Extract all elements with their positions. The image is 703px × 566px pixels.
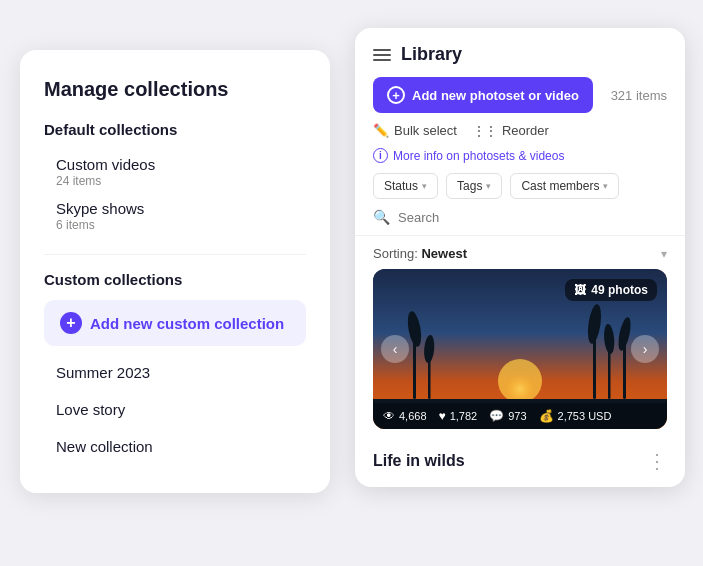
chevron-down-icon[interactable]: ▾ xyxy=(661,247,667,261)
prev-arrow-button[interactable]: ‹ xyxy=(381,335,409,363)
svg-point-2 xyxy=(498,359,542,403)
collection-custom-videos[interactable]: Custom videos 24 items xyxy=(44,150,306,194)
card-footer: Life in wilds ⋮ xyxy=(355,441,685,487)
reorder-button[interactable]: ⋮⋮ Reorder xyxy=(473,123,549,138)
add-photoset-button[interactable]: + Add new photoset or video xyxy=(373,77,593,113)
right-panel: Library + Add new photoset or video 321 … xyxy=(355,28,685,487)
add-photoset-row: + Add new photoset or video 321 items xyxy=(355,77,685,123)
bulk-select-button[interactable]: ✏️ Bulk select xyxy=(373,123,457,138)
cast-members-filter[interactable]: Cast members ▾ xyxy=(510,173,619,199)
chevron-down-icon: ▾ xyxy=(486,181,491,191)
comment-icon: 💬 xyxy=(489,409,504,423)
more-info-row: i More info on photosets & videos xyxy=(355,148,685,173)
revenue-amount: 2,753 USD xyxy=(558,410,612,422)
heart-icon: ♥ xyxy=(439,409,446,423)
comments-count: 973 xyxy=(508,410,526,422)
library-title: Library xyxy=(401,44,462,65)
custom-collection-summer[interactable]: Summer 2023 xyxy=(44,354,306,391)
grid-icon: ⋮⋮ xyxy=(473,124,497,138)
left-panel: Manage collections Default collections C… xyxy=(20,50,330,493)
card-title: Life in wilds xyxy=(373,452,465,470)
hamburger-icon[interactable] xyxy=(373,49,391,61)
plus-icon: + xyxy=(60,312,82,334)
default-collections-heading: Default collections xyxy=(44,121,306,138)
add-photoset-label: Add new photoset or video xyxy=(412,88,579,103)
action-row: ✏️ Bulk select ⋮⋮ Reorder xyxy=(355,123,685,148)
chevron-down-icon: ▾ xyxy=(603,181,608,191)
photo-count-badge: 🖼 49 photos xyxy=(565,279,657,301)
reorder-label: Reorder xyxy=(502,123,549,138)
pencil-icon: ✏️ xyxy=(373,123,389,138)
views-count: 4,668 xyxy=(399,410,427,422)
items-count: 321 items xyxy=(611,88,667,103)
next-arrow-button[interactable]: › xyxy=(631,335,659,363)
stats-bar: 👁 4,668 ♥ 1,782 💬 973 💰 2,753 USD xyxy=(373,403,667,429)
filter-row: Status ▾ Tags ▾ Cast members ▾ xyxy=(355,173,685,209)
comments-stat: 💬 973 xyxy=(489,409,526,423)
search-input[interactable] xyxy=(398,210,667,225)
eye-icon: 👁 xyxy=(383,409,395,423)
media-image: 🖼 49 photos ‹ › 👁 4,668 ♥ 1,782 💬 973 xyxy=(373,269,667,429)
photo-count: 49 photos xyxy=(591,283,648,297)
likes-stat: ♥ 1,782 xyxy=(439,409,478,423)
collection-skype-shows[interactable]: Skype shows 6 items xyxy=(44,194,306,238)
views-stat: 👁 4,668 xyxy=(383,409,427,423)
collection-count: 6 items xyxy=(56,218,306,232)
custom-collection-new[interactable]: New collection xyxy=(44,428,306,465)
media-card: 🖼 49 photos ‹ › 👁 4,668 ♥ 1,782 💬 973 xyxy=(373,269,667,429)
bulk-select-label: Bulk select xyxy=(394,123,457,138)
collection-name: Skype shows xyxy=(56,200,306,217)
add-custom-label: Add new custom collection xyxy=(90,315,284,332)
chevron-down-icon: ▾ xyxy=(422,181,427,191)
custom-collection-love-story[interactable]: Love story xyxy=(44,391,306,428)
custom-collections-heading: Custom collections xyxy=(44,271,306,288)
add-custom-collection-button[interactable]: + Add new custom collection xyxy=(44,300,306,346)
revenue-stat: 💰 2,753 USD xyxy=(539,409,612,423)
more-info-label: More info on photosets & videos xyxy=(393,149,564,163)
card-more-button[interactable]: ⋮ xyxy=(647,451,667,471)
sorting-label: Sorting: Newest xyxy=(373,246,467,261)
search-icon: 🔍 xyxy=(373,209,390,225)
tags-filter[interactable]: Tags ▾ xyxy=(446,173,502,199)
plus-circle-icon: + xyxy=(387,86,405,104)
divider xyxy=(44,254,306,255)
collection-count: 24 items xyxy=(56,174,306,188)
money-icon: 💰 xyxy=(539,409,554,423)
likes-count: 1,782 xyxy=(450,410,478,422)
status-filter[interactable]: Status ▾ xyxy=(373,173,438,199)
library-header: Library xyxy=(355,28,685,77)
info-icon: i xyxy=(373,148,388,163)
sorting-row: Sorting: Newest ▾ xyxy=(355,236,685,269)
more-info-button[interactable]: i More info on photosets & videos xyxy=(373,148,564,163)
left-panel-title: Manage collections xyxy=(44,78,306,101)
photos-icon: 🖼 xyxy=(574,283,586,297)
collection-name: Custom videos xyxy=(56,156,306,173)
search-row: 🔍 xyxy=(355,209,685,236)
